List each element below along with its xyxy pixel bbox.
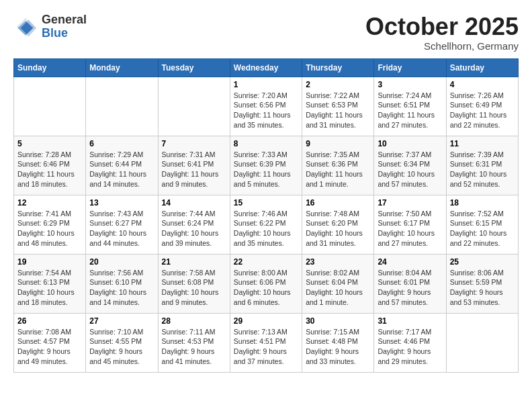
calendar-day-cell: 11Sunrise: 7:39 AM Sunset: 6:31 PM Dayli… <box>446 136 518 195</box>
day-number: 9 <box>306 139 370 148</box>
weekday-header: Saturday <box>446 58 518 77</box>
day-info: Sunrise: 7:44 AM Sunset: 6:24 PM Dayligh… <box>162 209 226 248</box>
weekday-header: Wednesday <box>230 58 302 77</box>
day-number: 13 <box>89 198 154 208</box>
calendar-day-cell: 2Sunrise: 7:22 AM Sunset: 6:53 PM Daylig… <box>302 77 374 136</box>
calendar-day-cell: 14Sunrise: 7:44 AM Sunset: 6:24 PM Dayli… <box>158 195 230 254</box>
calendar-day-cell: 31Sunrise: 7:17 AM Sunset: 4:46 PM Dayli… <box>374 313 446 372</box>
day-number: 4 <box>450 80 515 89</box>
day-info: Sunrise: 8:00 AM Sunset: 6:06 PM Dayligh… <box>234 268 298 308</box>
weekday-header: Tuesday <box>158 58 230 77</box>
calendar-day-cell: 15Sunrise: 7:46 AM Sunset: 6:22 PM Dayli… <box>230 195 302 254</box>
day-number: 18 <box>450 198 515 208</box>
calendar-week-row: 26Sunrise: 7:08 AM Sunset: 4:57 PM Dayli… <box>14 313 519 372</box>
day-number: 21 <box>162 257 226 267</box>
day-number: 2 <box>306 80 370 89</box>
calendar-day-cell: 29Sunrise: 7:13 AM Sunset: 4:51 PM Dayli… <box>230 313 302 372</box>
day-info: Sunrise: 7:31 AM Sunset: 6:41 PM Dayligh… <box>162 150 226 189</box>
day-number: 25 <box>450 257 515 267</box>
day-info: Sunrise: 7:50 AM Sunset: 6:17 PM Dayligh… <box>378 209 442 248</box>
logo-icon <box>13 15 38 39</box>
calendar-day-cell: 13Sunrise: 7:43 AM Sunset: 6:27 PM Dayli… <box>86 195 158 254</box>
day-number: 28 <box>162 316 226 326</box>
day-info: Sunrise: 8:02 AM Sunset: 6:04 PM Dayligh… <box>306 268 370 308</box>
calendar-table: SundayMondayTuesdayWednesdayThursdayFrid… <box>13 58 519 373</box>
day-number: 17 <box>378 198 442 208</box>
calendar-day-cell <box>14 77 86 136</box>
day-number: 16 <box>306 198 370 208</box>
day-number: 6 <box>89 139 154 148</box>
weekday-header: Friday <box>374 58 446 77</box>
day-info: Sunrise: 7:10 AM Sunset: 4:55 PM Dayligh… <box>89 327 154 367</box>
calendar-day-cell: 1Sunrise: 7:20 AM Sunset: 6:56 PM Daylig… <box>230 77 302 136</box>
day-info: Sunrise: 7:58 AM Sunset: 6:08 PM Dayligh… <box>162 268 226 308</box>
day-info: Sunrise: 7:35 AM Sunset: 6:36 PM Dayligh… <box>306 150 370 189</box>
day-number: 19 <box>17 257 82 267</box>
logo-text: General Blue <box>42 13 87 40</box>
calendar-day-cell: 22Sunrise: 8:00 AM Sunset: 6:06 PM Dayli… <box>230 254 302 313</box>
calendar-week-row: 12Sunrise: 7:41 AM Sunset: 6:29 PM Dayli… <box>14 195 519 254</box>
day-number: 11 <box>450 139 515 148</box>
calendar-day-cell: 5Sunrise: 7:28 AM Sunset: 6:46 PM Daylig… <box>14 136 86 195</box>
day-info: Sunrise: 8:04 AM Sunset: 6:01 PM Dayligh… <box>378 268 442 308</box>
calendar-day-cell <box>158 77 230 136</box>
day-number: 24 <box>378 257 442 267</box>
day-info: Sunrise: 7:24 AM Sunset: 6:51 PM Dayligh… <box>378 91 442 130</box>
day-number: 31 <box>378 316 442 326</box>
calendar-day-cell <box>446 313 518 372</box>
day-info: Sunrise: 7:28 AM Sunset: 6:46 PM Dayligh… <box>17 150 82 189</box>
day-info: Sunrise: 7:41 AM Sunset: 6:29 PM Dayligh… <box>17 209 82 248</box>
calendar-header-row: SundayMondayTuesdayWednesdayThursdayFrid… <box>14 58 519 77</box>
calendar-day-cell: 16Sunrise: 7:48 AM Sunset: 6:20 PM Dayli… <box>302 195 374 254</box>
day-info: Sunrise: 7:29 AM Sunset: 6:44 PM Dayligh… <box>89 150 154 189</box>
calendar-day-cell: 26Sunrise: 7:08 AM Sunset: 4:57 PM Dayli… <box>14 313 86 372</box>
calendar-day-cell: 19Sunrise: 7:54 AM Sunset: 6:13 PM Dayli… <box>14 254 86 313</box>
day-number: 7 <box>162 139 226 148</box>
calendar-day-cell: 17Sunrise: 7:50 AM Sunset: 6:17 PM Dayli… <box>374 195 446 254</box>
day-info: Sunrise: 7:08 AM Sunset: 4:57 PM Dayligh… <box>17 327 82 367</box>
day-info: Sunrise: 7:48 AM Sunset: 6:20 PM Dayligh… <box>306 209 370 248</box>
month-title: October 2025 <box>365 13 519 40</box>
location-subtitle: Schellhorn, Germany <box>365 40 519 52</box>
calendar-day-cell: 4Sunrise: 7:26 AM Sunset: 6:49 PM Daylig… <box>446 77 518 136</box>
day-number: 5 <box>17 139 82 148</box>
calendar-day-cell: 10Sunrise: 7:37 AM Sunset: 6:34 PM Dayli… <box>374 136 446 195</box>
day-number: 23 <box>306 257 370 267</box>
calendar-day-cell: 12Sunrise: 7:41 AM Sunset: 6:29 PM Dayli… <box>14 195 86 254</box>
day-info: Sunrise: 7:46 AM Sunset: 6:22 PM Dayligh… <box>234 209 298 248</box>
day-info: Sunrise: 7:52 AM Sunset: 6:15 PM Dayligh… <box>450 209 515 248</box>
day-number: 29 <box>234 316 298 326</box>
calendar-day-cell: 18Sunrise: 7:52 AM Sunset: 6:15 PM Dayli… <box>446 195 518 254</box>
day-info: Sunrise: 7:13 AM Sunset: 4:51 PM Dayligh… <box>234 327 298 367</box>
day-info: Sunrise: 7:54 AM Sunset: 6:13 PM Dayligh… <box>17 268 82 308</box>
page-header: General Blue October 2025 Schellhorn, Ge… <box>13 13 519 52</box>
day-info: Sunrise: 7:17 AM Sunset: 4:46 PM Dayligh… <box>378 327 442 367</box>
day-number: 20 <box>89 257 154 267</box>
day-info: Sunrise: 7:43 AM Sunset: 6:27 PM Dayligh… <box>89 209 154 248</box>
day-info: Sunrise: 7:26 AM Sunset: 6:49 PM Dayligh… <box>450 91 515 130</box>
title-block: October 2025 Schellhorn, Germany <box>365 13 519 52</box>
day-info: Sunrise: 7:15 AM Sunset: 4:48 PM Dayligh… <box>306 327 370 367</box>
calendar-week-row: 1Sunrise: 7:20 AM Sunset: 6:56 PM Daylig… <box>14 77 519 136</box>
logo-general: General <box>42 13 87 27</box>
logo-blue: Blue <box>42 27 87 40</box>
day-info: Sunrise: 7:20 AM Sunset: 6:56 PM Dayligh… <box>234 91 298 130</box>
calendar-week-row: 5Sunrise: 7:28 AM Sunset: 6:46 PM Daylig… <box>14 136 519 195</box>
weekday-header: Monday <box>86 58 158 77</box>
calendar-day-cell: 8Sunrise: 7:33 AM Sunset: 6:39 PM Daylig… <box>230 136 302 195</box>
day-number: 3 <box>378 80 442 89</box>
calendar-day-cell: 25Sunrise: 8:06 AM Sunset: 5:59 PM Dayli… <box>446 254 518 313</box>
calendar-day-cell: 9Sunrise: 7:35 AM Sunset: 6:36 PM Daylig… <box>302 136 374 195</box>
calendar-day-cell: 20Sunrise: 7:56 AM Sunset: 6:10 PM Dayli… <box>86 254 158 313</box>
day-number: 15 <box>234 198 298 208</box>
day-info: Sunrise: 7:39 AM Sunset: 6:31 PM Dayligh… <box>450 150 515 189</box>
calendar-day-cell: 28Sunrise: 7:11 AM Sunset: 4:53 PM Dayli… <box>158 313 230 372</box>
day-info: Sunrise: 7:22 AM Sunset: 6:53 PM Dayligh… <box>306 91 370 130</box>
day-info: Sunrise: 7:56 AM Sunset: 6:10 PM Dayligh… <box>89 268 154 308</box>
calendar-day-cell: 3Sunrise: 7:24 AM Sunset: 6:51 PM Daylig… <box>374 77 446 136</box>
calendar-day-cell: 23Sunrise: 8:02 AM Sunset: 6:04 PM Dayli… <box>302 254 374 313</box>
calendar-week-row: 19Sunrise: 7:54 AM Sunset: 6:13 PM Dayli… <box>14 254 519 313</box>
weekday-header: Sunday <box>14 58 86 77</box>
day-info: Sunrise: 7:11 AM Sunset: 4:53 PM Dayligh… <box>162 327 226 367</box>
day-info: Sunrise: 8:06 AM Sunset: 5:59 PM Dayligh… <box>450 268 515 308</box>
